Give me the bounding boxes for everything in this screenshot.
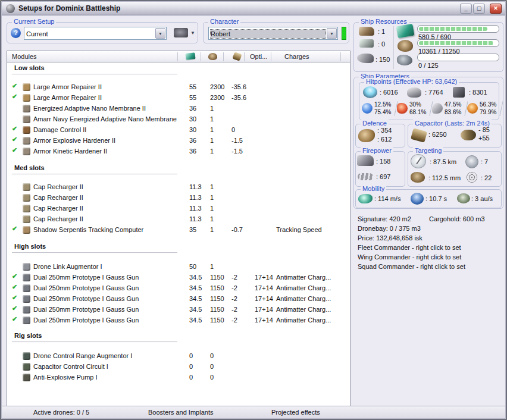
capacitor-usage-value: -35.6 <box>231 83 246 90</box>
resist-bottom-value: 79.9% <box>480 109 496 115</box>
gauss-gun-icon <box>23 316 30 324</box>
column-charges[interactable]: Charges <box>284 53 309 60</box>
speed-icon <box>358 194 373 203</box>
calibration-value: : 150 <box>375 56 390 63</box>
capacitor-usage-value: -2 <box>231 306 237 313</box>
minimize-button[interactable]: _ <box>460 4 472 14</box>
module-row[interactable]: Cap Recharger II11.31 <box>7 214 350 225</box>
cpu-usage-value: 36 <box>189 105 196 112</box>
powergrid-usage-value: 2300 <box>210 94 224 101</box>
module-row[interactable]: ✔Dual 250mm Prototype I Gauss Gun34.5115… <box>7 283 350 294</box>
module-name: Amarr Navy Energized Adaptive Nano Membr… <box>33 115 177 123</box>
close-button[interactable]: ✕ <box>490 4 502 14</box>
character-select[interactable]: Robert ▼ <box>208 27 338 40</box>
optimal-range-value: 17+14 <box>255 316 273 324</box>
capacitor-icon <box>411 128 427 143</box>
module-row[interactable]: Drone Link Augmentor I501 <box>7 262 350 272</box>
module-row[interactable]: ✔Shadow Serpentis Tracking Computer351-0… <box>7 225 350 236</box>
module-row[interactable]: Cap Recharger II11.31 <box>7 182 350 193</box>
charge-value: Antimatter Charg... <box>276 316 331 324</box>
module-row[interactable]: Amarr Navy Energized Adaptive Nano Membr… <box>7 114 350 125</box>
defence-label: Defence <box>361 120 389 127</box>
powergrid-usage-value: 1 <box>210 137 214 144</box>
module-row[interactable]: Cap Recharger II11.31 <box>7 203 350 214</box>
module-row[interactable]: ✔Armor Kinetic Hardener II361-1.5 <box>7 146 350 157</box>
help-button[interactable]: ? <box>11 28 21 38</box>
capacitor-column-icon[interactable] <box>232 52 242 61</box>
powergrid-usage-value: 1150 <box>210 274 224 281</box>
projected-effects-pane[interactable]: Projected effects <box>271 409 320 416</box>
maximize-button[interactable]: ▢ <box>473 4 485 14</box>
cpu-usage-value: 35 <box>189 226 196 233</box>
module-row[interactable]: ✔Dual 250mm Prototype I Gauss Gun34.5115… <box>7 272 350 283</box>
resist-cell-thermal: 30%68.1% <box>397 101 432 117</box>
module-name: Dual 250mm Prototype I Gauss Gun <box>33 274 139 281</box>
cpu-usage-value: 11.3 <box>189 194 202 201</box>
active-drones-pane[interactable]: Active drones: 0 / 5 <box>33 409 89 416</box>
damage-control-icon <box>23 126 30 134</box>
cpu-usage-value: 11.3 <box>189 183 202 190</box>
cpu-usage-value: 34.5 <box>189 316 202 324</box>
drones-bar <box>417 54 499 61</box>
armor-repairer-icon <box>23 83 30 91</box>
mobility-label: Mobility <box>361 185 386 192</box>
fleet-commander-text[interactable]: Fleet Commander - right click to set <box>358 244 461 251</box>
charge-value: Antimatter Charg... <box>276 295 331 302</box>
capacitor-usage-value: -1.5 <box>231 148 243 155</box>
module-row[interactable]: ✔Armor Explosive Hardener II361-1.5 <box>7 136 350 146</box>
module-row[interactable]: ✔Dual 250mm Prototype I Gauss Gun34.5115… <box>7 315 350 326</box>
column-optimal[interactable]: Opti... <box>250 53 267 60</box>
powergrid-usage-value: 1 <box>210 194 214 201</box>
powergrid-usage-value: 1150 <box>210 306 224 313</box>
boosters-implants-pane[interactable]: Boosters and Implants <box>148 409 213 416</box>
cpu-usage-value: 11.3 <box>189 215 202 222</box>
powergrid-icon <box>398 40 413 52</box>
resists-row: 12.5%75.4%30%68.1%47.5%83.6%56.3%79.9% <box>362 101 502 117</box>
module-row[interactable]: Cap Recharger II11.31 <box>7 193 350 203</box>
setup-select-arrow-icon[interactable]: ▼ <box>155 28 165 39</box>
module-row[interactable]: ✔Large Armor Repairer II552300-35.6 <box>7 93 350 104</box>
module-name: Drone Control Range Augmentor I <box>33 352 132 359</box>
column-modules[interactable]: Modules <box>12 53 37 60</box>
module-row[interactable]: ✔Damage Control II3010 <box>7 125 350 136</box>
resist-top-value: 12.5% <box>374 101 391 108</box>
capacitor-group: Capacitor (Lasts: 2m 24s) : 6250 - 85 +5… <box>408 124 502 148</box>
cpu-usage-value: 34.5 <box>189 274 202 281</box>
capacitor-usage-value: -2 <box>231 316 237 324</box>
current-setup-label: Current Setup <box>12 18 56 25</box>
charge-value: Antimatter Charg... <box>276 284 331 292</box>
launcher-hardpoints-icon <box>359 39 374 48</box>
hardener-icon <box>23 148 30 155</box>
module-row[interactable]: ✔Dual 250mm Prototype I Gauss Gun34.5115… <box>7 305 350 315</box>
resist-bottom-value: 75.4% <box>374 109 391 115</box>
character-select-arrow-icon[interactable]: ▼ <box>327 28 337 39</box>
shield-hp-value: : 6016 <box>380 89 398 96</box>
module-name: Capacitor Control Circuit I <box>33 363 108 370</box>
module-row[interactable]: Drone Control Range Augmentor I00 <box>7 351 350 362</box>
cpu-column-icon[interactable] <box>185 52 195 60</box>
cap-recharger-icon <box>23 194 30 202</box>
module-name: Dual 250mm Prototype I Gauss Gun <box>33 306 139 313</box>
module-row[interactable]: ✔Large Armor Repairer II552300-35.6 <box>7 82 350 93</box>
powergrid-bar <box>417 39 499 47</box>
ship-menu-caret-icon[interactable]: ▼ <box>190 30 195 36</box>
setup-select[interactable]: Current ▼ <box>24 27 167 40</box>
module-row[interactable]: ✔Dual 250mm Prototype I Gauss Gun34.5115… <box>7 294 350 305</box>
module-row[interactable]: Anti-Explosive Pump I00 <box>7 372 350 383</box>
module-row[interactable]: Energized Adaptive Nano Membrane II361 <box>7 104 350 114</box>
rig-drone-icon <box>23 352 30 360</box>
section-underline <box>12 74 177 75</box>
module-row[interactable]: Capacitor Control Circuit I00 <box>7 362 350 372</box>
powergrid-column-icon[interactable] <box>208 53 217 60</box>
active-check-icon: ✔ <box>12 146 17 154</box>
powergrid-usage-value: 1150 <box>210 284 224 292</box>
squad-commander-text[interactable]: Squad Commander - right click to set <box>358 263 465 270</box>
titlebar[interactable]: Setups for Dominix Battleship _ ▢ ✕ <box>2 2 505 15</box>
wing-commander-text[interactable]: Wing Commander - right click to set <box>358 253 461 261</box>
structure-icon <box>453 87 465 98</box>
warp-speed-value: : 3 au/s <box>471 195 493 202</box>
battery-icon <box>461 130 476 140</box>
ship-menu-button[interactable] <box>174 28 188 37</box>
powergrid-usage-value: 1 <box>210 263 214 270</box>
active-check-icon: ✔ <box>12 93 17 101</box>
